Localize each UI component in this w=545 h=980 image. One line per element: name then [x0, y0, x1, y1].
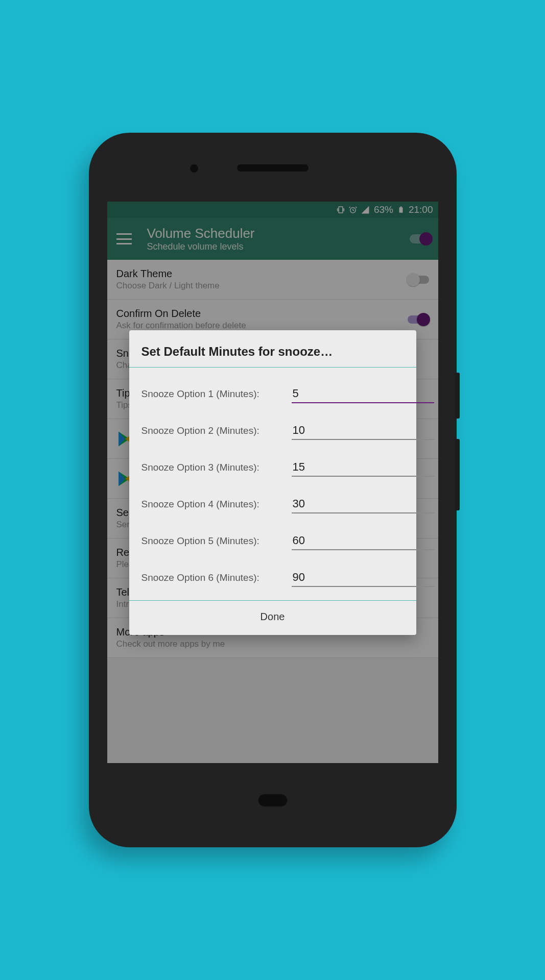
snooze-option-row: Snooze Option 1 (Minutes):: [141, 376, 404, 412]
screen: 63% 21:00 Volume Scheduler Schedule volu…: [107, 202, 438, 763]
snooze-option-input-1[interactable]: [292, 385, 434, 403]
snooze-option-input-4[interactable]: [292, 495, 434, 513]
phone-side-button: [455, 373, 460, 419]
snooze-option-label: Snooze Option 4 (Minutes):: [141, 499, 279, 510]
dialog-body: Snooze Option 1 (Minutes): Snooze Option…: [129, 368, 416, 601]
snooze-option-row: Snooze Option 5 (Minutes):: [141, 523, 404, 559]
snooze-option-row: Snooze Option 4 (Minutes):: [141, 486, 404, 523]
snooze-option-row: Snooze Option 2 (Minutes):: [141, 412, 404, 449]
snooze-option-row: Snooze Option 6 (Minutes):: [141, 559, 404, 596]
done-button[interactable]: Done: [129, 601, 416, 635]
snooze-option-label: Snooze Option 2 (Minutes):: [141, 425, 279, 436]
snooze-option-input-2[interactable]: [292, 422, 434, 440]
phone-camera: [190, 164, 198, 173]
phone-home-slot: [258, 794, 287, 806]
snooze-option-row: Snooze Option 3 (Minutes):: [141, 449, 404, 486]
snooze-option-label: Snooze Option 3 (Minutes):: [141, 462, 279, 473]
snooze-option-label: Snooze Option 1 (Minutes):: [141, 388, 279, 400]
phone-frame: 63% 21:00 Volume Scheduler Schedule volu…: [89, 133, 457, 847]
snooze-option-label: Snooze Option 5 (Minutes):: [141, 535, 279, 547]
snooze-option-input-6[interactable]: [292, 569, 434, 587]
phone-speaker: [237, 164, 309, 172]
phone-side-button: [455, 439, 460, 510]
snooze-option-input-5[interactable]: [292, 532, 434, 550]
dialog-title: Set Default Minutes for snooze…: [129, 345, 416, 368]
snooze-option-input-3[interactable]: [292, 458, 434, 477]
snooze-dialog: Set Default Minutes for snooze… Snooze O…: [129, 330, 416, 635]
modal-scrim[interactable]: Set Default Minutes for snooze… Snooze O…: [107, 202, 438, 763]
snooze-option-label: Snooze Option 6 (Minutes):: [141, 572, 279, 583]
